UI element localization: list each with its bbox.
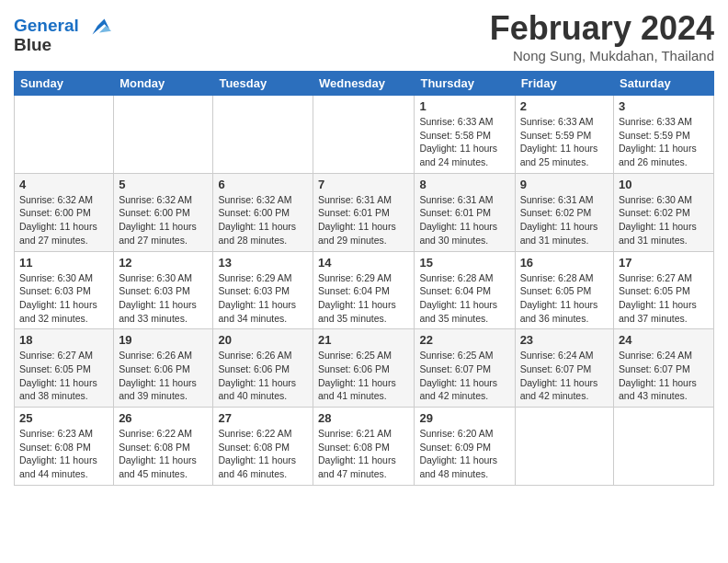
calendar-cell: 15Sunrise: 6:28 AM Sunset: 6:04 PM Dayli… xyxy=(415,251,515,329)
calendar-cell: 25Sunrise: 6:23 AM Sunset: 6:08 PM Dayli… xyxy=(15,408,114,486)
calendar-cell: 21Sunrise: 6:25 AM Sunset: 6:06 PM Dayli… xyxy=(313,329,415,408)
day-number: 26 xyxy=(119,411,208,425)
day-of-week-header: Wednesday xyxy=(313,72,415,96)
day-number: 12 xyxy=(119,256,208,270)
day-number: 19 xyxy=(119,333,208,347)
calendar-cell: 8Sunrise: 6:31 AM Sunset: 6:01 PM Daylig… xyxy=(415,173,515,251)
day-info: Sunrise: 6:32 AM Sunset: 6:00 PM Dayligh… xyxy=(19,193,108,247)
calendar-cell xyxy=(515,408,613,486)
day-number: 7 xyxy=(318,178,409,191)
title-area: February 2024 Nong Sung, Mukdahan, Thail… xyxy=(490,9,714,63)
day-info: Sunrise: 6:31 AM Sunset: 6:01 PM Dayligh… xyxy=(318,193,409,247)
day-info: Sunrise: 6:29 AM Sunset: 6:03 PM Dayligh… xyxy=(218,271,308,326)
day-info: Sunrise: 6:30 AM Sunset: 6:03 PM Dayligh… xyxy=(119,271,208,326)
day-of-week-header: Tuesday xyxy=(213,72,313,96)
day-info: Sunrise: 6:28 AM Sunset: 6:05 PM Dayligh… xyxy=(520,271,609,326)
day-info: Sunrise: 6:31 AM Sunset: 6:01 PM Dayligh… xyxy=(419,193,509,247)
day-info: Sunrise: 6:31 AM Sunset: 6:02 PM Dayligh… xyxy=(520,193,609,247)
calendar-cell: 17Sunrise: 6:27 AM Sunset: 6:05 PM Dayli… xyxy=(614,251,714,329)
day-number: 13 xyxy=(218,256,308,270)
day-number: 9 xyxy=(520,178,609,191)
day-number: 10 xyxy=(619,178,709,191)
calendar-cell: 1Sunrise: 6:33 AM Sunset: 5:58 PM Daylig… xyxy=(415,96,515,174)
day-number: 18 xyxy=(19,333,108,347)
calendar-cell: 27Sunrise: 6:22 AM Sunset: 6:08 PM Dayli… xyxy=(213,408,313,486)
day-number: 22 xyxy=(419,333,509,347)
calendar-cell: 14Sunrise: 6:29 AM Sunset: 6:04 PM Dayli… xyxy=(313,251,415,329)
calendar-cell: 24Sunrise: 6:24 AM Sunset: 6:07 PM Dayli… xyxy=(614,329,714,408)
day-info: Sunrise: 6:30 AM Sunset: 6:03 PM Dayligh… xyxy=(19,271,108,326)
calendar-cell xyxy=(114,96,213,174)
calendar-cell: 13Sunrise: 6:29 AM Sunset: 6:03 PM Dayli… xyxy=(213,251,313,329)
calendar-cell: 4Sunrise: 6:32 AM Sunset: 6:00 PM Daylig… xyxy=(15,173,114,251)
calendar-cell: 12Sunrise: 6:30 AM Sunset: 6:03 PM Dayli… xyxy=(114,251,213,329)
day-number: 28 xyxy=(318,411,409,425)
day-info: Sunrise: 6:20 AM Sunset: 6:09 PM Dayligh… xyxy=(419,427,509,481)
calendar-cell: 26Sunrise: 6:22 AM Sunset: 6:08 PM Dayli… xyxy=(114,408,213,486)
calendar-cell: 22Sunrise: 6:25 AM Sunset: 6:07 PM Dayli… xyxy=(415,329,515,408)
calendar-cell: 9Sunrise: 6:31 AM Sunset: 6:02 PM Daylig… xyxy=(515,173,613,251)
day-number: 29 xyxy=(419,411,509,425)
day-number: 5 xyxy=(119,178,208,191)
day-info: Sunrise: 6:32 AM Sunset: 6:00 PM Dayligh… xyxy=(218,193,308,247)
calendar-cell xyxy=(213,96,313,174)
calendar-cell: 2Sunrise: 6:33 AM Sunset: 5:59 PM Daylig… xyxy=(515,96,613,174)
calendar-cell xyxy=(15,96,114,174)
day-info: Sunrise: 6:32 AM Sunset: 6:00 PM Dayligh… xyxy=(119,193,208,247)
day-number: 11 xyxy=(19,256,108,270)
day-info: Sunrise: 6:28 AM Sunset: 6:04 PM Dayligh… xyxy=(419,271,509,326)
day-info: Sunrise: 6:26 AM Sunset: 6:06 PM Dayligh… xyxy=(218,349,308,403)
day-number: 14 xyxy=(318,256,409,270)
day-info: Sunrise: 6:21 AM Sunset: 6:08 PM Dayligh… xyxy=(318,427,409,481)
day-of-week-header: Monday xyxy=(114,72,213,96)
calendar-cell: 7Sunrise: 6:31 AM Sunset: 6:01 PM Daylig… xyxy=(313,173,415,251)
calendar-cell xyxy=(614,408,714,486)
day-number: 4 xyxy=(19,178,108,191)
day-info: Sunrise: 6:23 AM Sunset: 6:08 PM Dayligh… xyxy=(19,427,108,481)
day-number: 15 xyxy=(419,256,509,270)
day-info: Sunrise: 6:26 AM Sunset: 6:06 PM Dayligh… xyxy=(119,349,208,403)
calendar-table: SundayMondayTuesdayWednesdayThursdayFrid… xyxy=(14,71,714,486)
calendar-cell: 11Sunrise: 6:30 AM Sunset: 6:03 PM Dayli… xyxy=(15,251,114,329)
logo: General Blue xyxy=(14,14,111,55)
day-number: 23 xyxy=(520,333,609,347)
calendar-cell: 10Sunrise: 6:30 AM Sunset: 6:02 PM Dayli… xyxy=(614,173,714,251)
day-info: Sunrise: 6:27 AM Sunset: 6:05 PM Dayligh… xyxy=(619,271,709,326)
calendar-cell: 19Sunrise: 6:26 AM Sunset: 6:06 PM Dayli… xyxy=(114,329,213,408)
day-number: 20 xyxy=(218,333,308,347)
day-number: 3 xyxy=(619,99,709,113)
day-of-week-header: Thursday xyxy=(415,72,515,96)
day-number: 8 xyxy=(419,178,509,191)
day-number: 17 xyxy=(619,256,709,270)
day-number: 6 xyxy=(218,178,308,191)
day-number: 16 xyxy=(520,256,609,270)
day-info: Sunrise: 6:22 AM Sunset: 6:08 PM Dayligh… xyxy=(218,427,308,481)
day-of-week-header: Saturday xyxy=(614,72,714,96)
calendar-cell: 29Sunrise: 6:20 AM Sunset: 6:09 PM Dayli… xyxy=(415,408,515,486)
day-info: Sunrise: 6:30 AM Sunset: 6:02 PM Dayligh… xyxy=(619,193,709,247)
day-info: Sunrise: 6:25 AM Sunset: 6:06 PM Dayligh… xyxy=(318,349,409,403)
day-info: Sunrise: 6:24 AM Sunset: 6:07 PM Dayligh… xyxy=(520,349,609,403)
header: General Blue February 2024 Nong Sung, Mu… xyxy=(14,9,714,63)
day-number: 24 xyxy=(619,333,709,347)
calendar-cell: 18Sunrise: 6:27 AM Sunset: 6:05 PM Dayli… xyxy=(15,329,114,408)
day-of-week-header: Friday xyxy=(515,72,613,96)
day-number: 2 xyxy=(520,99,609,113)
day-info: Sunrise: 6:25 AM Sunset: 6:07 PM Dayligh… xyxy=(419,349,509,403)
calendar-cell: 6Sunrise: 6:32 AM Sunset: 6:00 PM Daylig… xyxy=(213,173,313,251)
calendar-cell: 5Sunrise: 6:32 AM Sunset: 6:00 PM Daylig… xyxy=(114,173,213,251)
day-info: Sunrise: 6:33 AM Sunset: 5:59 PM Dayligh… xyxy=(520,115,609,169)
logo-line2: Blue xyxy=(14,35,51,54)
logo-line1: General xyxy=(14,16,79,35)
day-info: Sunrise: 6:24 AM Sunset: 6:07 PM Dayligh… xyxy=(619,349,709,403)
calendar-cell: 28Sunrise: 6:21 AM Sunset: 6:08 PM Dayli… xyxy=(313,408,415,486)
day-info: Sunrise: 6:33 AM Sunset: 5:58 PM Dayligh… xyxy=(419,115,509,169)
day-number: 27 xyxy=(218,411,308,425)
location: Nong Sung, Mukdahan, Thailand xyxy=(490,48,714,63)
day-info: Sunrise: 6:27 AM Sunset: 6:05 PM Dayligh… xyxy=(19,349,108,403)
day-info: Sunrise: 6:22 AM Sunset: 6:08 PM Dayligh… xyxy=(119,427,208,481)
calendar-cell: 16Sunrise: 6:28 AM Sunset: 6:05 PM Dayli… xyxy=(515,251,613,329)
calendar-cell: 20Sunrise: 6:26 AM Sunset: 6:06 PM Dayli… xyxy=(213,329,313,408)
day-number: 1 xyxy=(419,99,509,113)
day-info: Sunrise: 6:29 AM Sunset: 6:04 PM Dayligh… xyxy=(318,271,409,326)
